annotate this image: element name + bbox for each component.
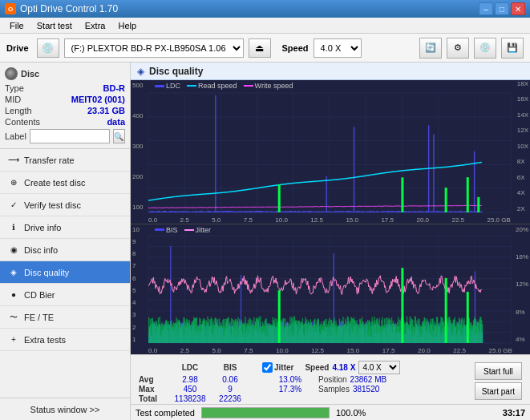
top-x-8: 20.0 (416, 216, 429, 224)
sidebar-item-transfer-rate[interactable]: ⟶ Transfer rate (0, 149, 130, 172)
top-chart-y-400: 400 (132, 112, 143, 119)
menu-start-test[interactable]: Start test (30, 19, 79, 32)
toolbar: Drive 💿 (F:) PLEXTOR BD-R PX-LB950SA 1.0… (0, 34, 530, 63)
sidebar-item-disc-quality[interactable]: ◈ Disc quality (0, 261, 130, 284)
disc-contents-key: Contents (5, 117, 40, 127)
top-chart-canvas (131, 80, 530, 224)
sidebar-item-fe-te[interactable]: 〜 FE / TE (0, 306, 130, 329)
menu-extra[interactable]: Extra (79, 19, 112, 32)
sidebar-item-drive-info[interactable]: ℹ Drive info (0, 216, 130, 239)
top-x-7: 17.5 (381, 216, 394, 224)
eject-btn[interactable]: ⏏ (249, 38, 271, 58)
status-progress-bar (201, 407, 330, 418)
top-chart-yr-4x: 4X (517, 189, 528, 196)
bot-chart-y-9: 9 (132, 238, 140, 245)
close-button[interactable]: ✕ (511, 2, 525, 15)
bot-chart-y-2: 2 (132, 324, 140, 331)
chart-header: ◈ Disc quality (131, 63, 530, 80)
top-chart-yr-6x: 6X (517, 174, 528, 181)
start-full-btn2[interactable]: Start full (475, 362, 522, 380)
bot-chart-y-3: 3 (132, 311, 140, 318)
disc-type-key: Type (5, 83, 24, 93)
status-progress-pct: 100.0% (336, 408, 366, 418)
write-speed-legend-label: Write speed (255, 82, 293, 90)
chart-header-title: Disc quality (149, 66, 203, 77)
read-speed-legend-label: Read speed (198, 82, 237, 90)
menu-bar: File Start test Extra Help (0, 18, 530, 34)
top-chart-yr-10x: 10X (517, 143, 528, 150)
bot-chart-yr-16: 16% (516, 253, 528, 260)
jitter-chk2[interactable] (262, 362, 273, 373)
write-speed-legend-color (244, 85, 253, 87)
x-label-22-5: 22.5 (453, 347, 466, 354)
sidebar-item-create-test-disc[interactable]: ⊕ Create test disc (0, 172, 130, 194)
chart-area: ◈ Disc quality LDC Read speed (131, 63, 530, 420)
speed-label: Speed (282, 43, 309, 53)
bot-chart-y-4: 4 (132, 299, 140, 306)
sidebar-item-extra-tests[interactable]: + Extra tests (0, 329, 130, 351)
disc-btn[interactable]: 💿 (474, 38, 496, 59)
cd-bier-icon: ● (8, 289, 19, 301)
x-label-10: 10.0 (276, 347, 289, 354)
jitter-legend-color (184, 229, 194, 231)
maximize-button[interactable]: □ (495, 2, 509, 15)
top-chart-yr-12x: 12X (517, 127, 528, 134)
top-chart-yr-16x: 16X (517, 95, 528, 103)
disc-icon (5, 67, 18, 80)
top-x-6: 15.0 (346, 216, 358, 224)
refresh-btn[interactable]: 🔄 (419, 38, 442, 59)
sidebar-item-label-cd-bier: CD Bier (24, 290, 55, 300)
top-x-2: 5.0 (212, 216, 220, 224)
top-x-4: 10.0 (275, 216, 288, 224)
speed-select[interactable]: 4.0 X (314, 38, 362, 58)
sidebar: Disc Type BD-R MID MEIT02 (001) Length 2… (0, 63, 131, 420)
save-btn[interactable]: 💾 (501, 38, 524, 59)
disc-label-btn[interactable]: 🔍 (113, 129, 125, 143)
status-window-btn[interactable]: Status window >> (0, 398, 130, 420)
sidebar-item-cd-bier[interactable]: ● CD Bier (0, 284, 130, 306)
status-window-label: Status window >> (30, 405, 100, 414)
menu-help[interactable]: Help (111, 19, 143, 32)
sidebar-item-label-disc-quality: Disc quality (24, 268, 69, 277)
app-title: Opti Drive Control 1.70 (20, 3, 118, 14)
sidebar-item-disc-info[interactable]: ◉ Disc info (0, 239, 130, 261)
bot-chart-y-6: 6 (132, 275, 140, 282)
start-part-btn2[interactable]: Start part (475, 382, 522, 400)
bot-chart-y-5: 5 (132, 287, 140, 294)
top-chart-yr-2x: 2X (517, 205, 528, 212)
sidebar-item-label-transfer-rate: Transfer rate (24, 155, 75, 165)
sidebar-item-label-fe-te: FE / TE (24, 313, 54, 322)
x-label-15: 15.0 (347, 347, 360, 354)
status-progress-fill (202, 408, 329, 418)
bot-chart-y-1: 1 (132, 336, 140, 343)
app-icon: O (5, 3, 16, 14)
minimize-button[interactable]: – (479, 2, 493, 15)
x-label-5: 5.0 (212, 347, 221, 354)
top-x-3: 7.5 (244, 216, 253, 224)
sidebar-item-label-drive-info: Drive info (24, 223, 61, 232)
top-chart-y-200: 200 (132, 173, 143, 180)
create-test-disc-icon: ⊕ (8, 177, 19, 188)
status-bar: Test completed 100.0% 33:17 (131, 404, 530, 420)
drive-icon-btn[interactable]: 💿 (37, 38, 59, 58)
bot-chart-yr-12: 12% (516, 281, 528, 288)
x-label-17-5: 17.5 (382, 347, 395, 354)
top-chart-yr-14x: 14X (517, 111, 528, 119)
disc-label-input[interactable] (30, 129, 110, 143)
x-label-12-5: 12.5 (311, 347, 324, 354)
drive-select[interactable]: (F:) PLEXTOR BD-R PX-LB950SA 1.06 (64, 38, 244, 58)
x-label-25: 25.0 GB (489, 347, 512, 354)
settings-btn[interactable]: ⚙ (447, 38, 469, 59)
top-chart-y-100: 100 (132, 204, 143, 211)
bis-header2: BIS (211, 363, 249, 372)
menu-file[interactable]: File (3, 19, 30, 32)
speed-sel2[interactable]: 4.0 X (358, 361, 400, 374)
transfer-rate-icon: ⟶ (8, 155, 19, 166)
drive-info-icon: ℹ (8, 222, 19, 233)
sidebar-item-label-disc-info: Disc info (24, 245, 58, 255)
status-time: 33:17 (503, 408, 525, 418)
top-x-5: 12.5 (310, 216, 323, 224)
sidebar-item-verify-test-disc[interactable]: ✓ Verify test disc (0, 194, 130, 216)
fe-te-icon: 〜 (8, 312, 19, 323)
bot-chart-y-10: 10 (132, 226, 140, 233)
